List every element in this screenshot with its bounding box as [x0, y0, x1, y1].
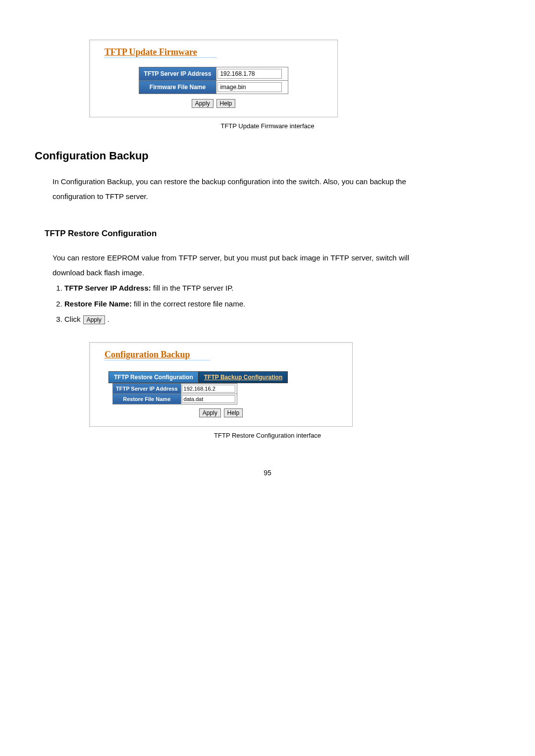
restore-ip-cell: [181, 383, 237, 394]
step-3: Click Apply .: [64, 311, 411, 327]
inline-apply-button[interactable]: Apply: [83, 315, 105, 324]
tftp-ip-input[interactable]: [217, 69, 282, 79]
firmware-filename-cell: [216, 81, 288, 94]
step-1: TFTP Server IP Address: fill in the TFTP…: [64, 280, 411, 296]
restore-ip-input[interactable]: [182, 385, 235, 393]
configuration-backup-panel: Configuration Backup TFTP Restore Config…: [89, 342, 353, 427]
restore-caption: TFTP Restore Configuration interface: [35, 432, 500, 439]
restore-filename-input[interactable]: [182, 395, 235, 403]
step-2: Restore File Name: fill in the correct r…: [64, 296, 411, 312]
restore-help-button[interactable]: Help: [224, 408, 243, 417]
restore-form-table: TFTP Server IP Address Restore File Name: [112, 383, 237, 404]
steps-list: TFTP Server IP Address: fill in the TFTP…: [53, 280, 411, 327]
firmware-filename-label: Firmware File Name: [139, 81, 216, 94]
firmware-form-table: TFTP Server IP Address Firmware File Nam…: [139, 67, 289, 94]
step-2-rest: fill in the correct restore file name.: [132, 300, 245, 308]
page-number: 95: [35, 469, 500, 477]
tftp-update-firmware-panel: TFTP Update Firmware TFTP Server IP Addr…: [89, 40, 338, 117]
step-1-bold: TFTP Server IP Address:: [64, 284, 151, 292]
firmware-button-row: Apply Help: [105, 99, 322, 108]
restore-apply-button[interactable]: Apply: [199, 408, 221, 417]
tftp-ip-label: TFTP Server IP Address: [139, 67, 216, 81]
restore-ip-label: TFTP Server IP Address: [113, 383, 181, 394]
help-button[interactable]: Help: [216, 99, 236, 108]
tftp-restore-paragraph: You can restore EEPROM value from TFTP s…: [53, 251, 409, 280]
restore-button-row: Apply Help: [105, 408, 337, 417]
tab-restore[interactable]: TFTP Restore Configuration: [108, 371, 199, 383]
panel-title: TFTP Update Firmware: [105, 47, 217, 58]
restore-filename-label: Restore File Name: [113, 394, 181, 404]
configuration-backup-paragraph: In Configuration Backup, you can restore…: [53, 174, 409, 204]
firmware-filename-input[interactable]: [217, 82, 282, 92]
firmware-caption: TFTP Update Firmware interface: [35, 122, 500, 130]
apply-button[interactable]: Apply: [192, 99, 214, 108]
step-3-prefix: Click: [64, 315, 83, 323]
restore-filename-cell: [181, 394, 237, 404]
step-2-bold: Restore File Name:: [64, 300, 132, 308]
backup-panel-title: Configuration Backup: [105, 350, 210, 360]
tftp-ip-cell: [216, 67, 288, 81]
step-1-rest: fill in the TFTP server IP.: [151, 284, 234, 292]
step-3-suffix: .: [106, 315, 109, 323]
tab-backup[interactable]: TFTP Backup Configuration: [199, 371, 288, 383]
tftp-restore-heading: TFTP Restore Configuration: [45, 229, 500, 239]
tabs-row: TFTP Restore Configuration TFTP Backup C…: [108, 371, 337, 383]
configuration-backup-heading: Configuration Backup: [35, 150, 500, 162]
